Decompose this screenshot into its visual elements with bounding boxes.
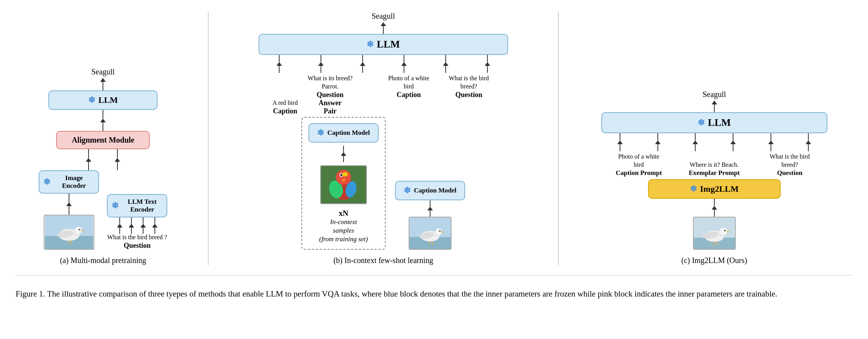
caption-text-b1: A red bird [273,99,298,107]
img-enc-text: Image Encoder [53,174,94,190]
ah3 [66,202,72,206]
bal5 [362,55,363,62]
snowflake-txt-enc: ❄ [112,201,119,211]
text-encoder-box: ❄ LLM Text Encoder [107,194,167,217]
arrow-parrot-up [341,146,346,162]
text-encoder-col: ❄ LLM Text Encoder [107,194,167,250]
ba2 [318,55,324,73]
arrow-img-up [66,194,72,215]
seagull-label-b: Seagull [372,12,395,21]
ba1 [276,55,282,73]
snowflake-caption-b1: ❄ [317,128,324,138]
th4 [152,224,158,228]
sch1 [712,206,717,210]
tl8 [154,228,155,234]
cal9 [771,133,771,140]
parrot-svg [321,166,366,204]
cah4 [730,140,736,144]
ca2 [655,133,661,151]
ah2 [115,158,120,162]
txt-enc-text: LLM Text Encoder [122,198,163,214]
tl2 [119,228,120,234]
cah3 [693,140,698,144]
seagull-image-a [44,215,94,250]
th1 [117,224,122,228]
b-right-col: ❄ Caption Model [395,181,465,250]
scl1 [714,199,715,206]
arrow-line-a [103,82,103,90]
bal9 [445,55,446,62]
llm-text-c: LLM [708,117,731,129]
diagram-c: Seagull ❄ LLM [590,90,839,265]
bal11 [487,55,488,62]
ba6 [485,55,490,73]
seagull-svg-a [44,215,94,249]
cal6 [695,144,696,151]
svg-point-6 [79,229,80,230]
cah2 [655,140,661,144]
ah-c1 [712,101,717,104]
exemplar-prompt-label: Exemplar Prompt [689,169,740,177]
qa-text-b: What is its breed? Parrot. [305,74,356,91]
cal1 [620,133,620,140]
diagram-b: Seagull ❄ LLM [239,12,528,265]
c-question-col: What is the bird breed? Question [764,153,815,177]
c-caption-prompt-col: Photo of a white bird Caption Prompt [613,153,664,177]
diag-b-inner: Seagull ❄ LLM [239,12,528,250]
figure-caption: Figure 1. The illustrative comparison of… [16,288,852,300]
snowflake-llm-b: ❄ [367,39,374,49]
llm-label-c: ❄ LLM [698,117,731,129]
b-c2-row: Photo of a white bird Caption What is th… [383,74,494,99]
ah-b1 [381,22,386,26]
figure-caption-section: Figure 1. The illustrative comparison of… [16,275,852,300]
img2llm-label: ❄ Img2LLM [690,184,739,194]
llm-text-b: LLM [377,39,400,50]
bal7 [404,55,404,62]
caption-model-box-b1: ❄ Caption Model [308,123,379,143]
cal4 [657,144,658,151]
ta3 [140,217,146,234]
scl2 [714,210,715,217]
sub-label-a: (a) Multi-modal pretraining [60,256,146,265]
tl6 [143,228,143,234]
xn-text: xN [339,209,348,218]
tl1 [119,217,120,224]
encoder-row: ❄ Image Encoder [39,170,167,250]
snowflake-llm-c: ❄ [698,118,705,128]
al1 [88,149,89,158]
ta2 [129,217,134,234]
question-label-a: Question [124,242,151,250]
diagrams-row: Seagull ❄ LLM [16,12,852,273]
ca3 [693,133,698,151]
svg-point-34 [724,230,726,231]
b-col-1: A red bird Caption What is its breed? Pa… [273,74,356,115]
bal3 [321,55,321,62]
b-arrows-row [259,55,508,73]
cah6 [806,140,811,144]
alignment-box: Alignment Module [56,131,150,149]
tl4 [131,228,132,234]
caption-label-b2: Caption [397,91,421,99]
th3 [140,224,146,228]
b-caption-col: A red bird Caption [273,99,298,115]
cal8 [733,144,733,151]
arrow-line-b [103,110,103,118]
al3 [117,149,118,158]
ba4 [401,55,407,73]
al2 [88,162,89,170]
divider-bc [558,12,559,265]
svg-point-22 [435,228,442,235]
caption-prompt-text: Photo of a white bird [613,153,664,169]
al-c1 [714,104,715,112]
img2llm-box: ❄ Img2LLM [648,179,781,199]
bal2 [279,66,280,73]
ta4 [152,217,158,234]
bah4 [401,62,407,66]
question-text-c: What is the bird breed? [764,153,815,169]
al-b1 [383,26,384,34]
snowflake-img2llm: ❄ [690,184,697,194]
c-text-labels: Photo of a white bird Caption Prompt Whe… [601,153,827,177]
caption-model-label-b1: ❄ Caption Model [317,128,370,138]
arrow-head-b [100,118,106,122]
b-text-labels: A red bird Caption What is its breed? Pa… [259,74,508,115]
